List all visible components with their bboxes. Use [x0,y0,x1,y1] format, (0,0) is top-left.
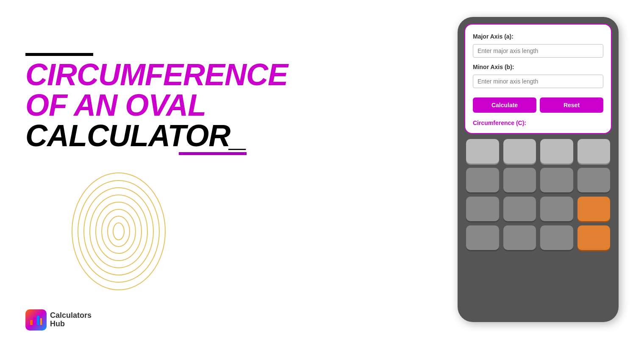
logo-line2: Hub [50,320,92,328]
left-section: CIRCUMFERENCE OF AN OVAL CALCULATOR_ [25,44,373,295]
oval-illustration [59,168,178,295]
svg-rect-9 [33,317,36,325]
svg-rect-8 [30,320,33,325]
calculator-screen: Major Axis (a): Minor Axis (b): Calculat… [464,24,612,134]
key-9[interactable] [466,197,499,221]
logo-svg [29,313,43,327]
key-7[interactable] [540,168,573,192]
svg-point-3 [90,195,147,268]
key-14[interactable] [540,225,573,250]
key-3[interactable] [540,139,573,164]
right-section: Major Axis (a): Minor Axis (b): Calculat… [458,17,619,322]
key-1[interactable] [466,139,499,164]
svg-point-2 [84,188,153,275]
svg-rect-10 [37,316,39,325]
logo-section: Calculators Hub [25,309,92,331]
logo-text: Calculators Hub [50,311,92,328]
logo-icon [25,309,47,331]
key-8[interactable] [577,168,611,192]
keypad [464,139,612,250]
title-block: CIRCUMFERENCE OF AN OVAL CALCULATOR_ [25,53,373,151]
key-10[interactable] [503,197,536,221]
svg-point-7 [113,223,124,240]
key-11[interactable] [540,197,573,221]
svg-rect-11 [40,318,42,325]
title-line3: CALCULATOR_ [25,120,373,151]
svg-point-4 [96,202,142,261]
major-axis-input[interactable] [473,44,603,58]
key-6[interactable] [503,168,536,192]
key-orange-2[interactable] [577,225,611,250]
reset-button[interactable]: Reset [540,97,603,113]
major-axis-label: Major Axis (a): [473,33,603,40]
title-line1: CIRCUMFERENCE [25,59,373,90]
key-13[interactable] [503,225,536,250]
key-5[interactable] [466,168,499,192]
key-12[interactable] [466,225,499,250]
oval-svg [68,170,169,293]
calculator-body: Major Axis (a): Minor Axis (b): Calculat… [458,17,619,322]
title-line3-text: CALCULATOR_ [25,120,247,151]
calculate-button[interactable]: Calculate [473,97,536,113]
svg-point-6 [108,216,130,247]
title-line2: OF AN OVAL [25,90,373,120]
minor-axis-input[interactable] [473,75,603,88]
svg-point-0 [72,173,165,290]
key-4[interactable] [577,139,611,164]
minor-axis-label: Minor Axis (b): [473,64,603,70]
action-buttons: Calculate Reset [473,97,603,113]
key-orange-1[interactable] [577,197,611,221]
logo-line1: Calculators [50,311,92,320]
key-2[interactable] [503,139,536,164]
result-label: Circumference (C): [473,119,603,126]
title-bar-black [25,53,93,56]
